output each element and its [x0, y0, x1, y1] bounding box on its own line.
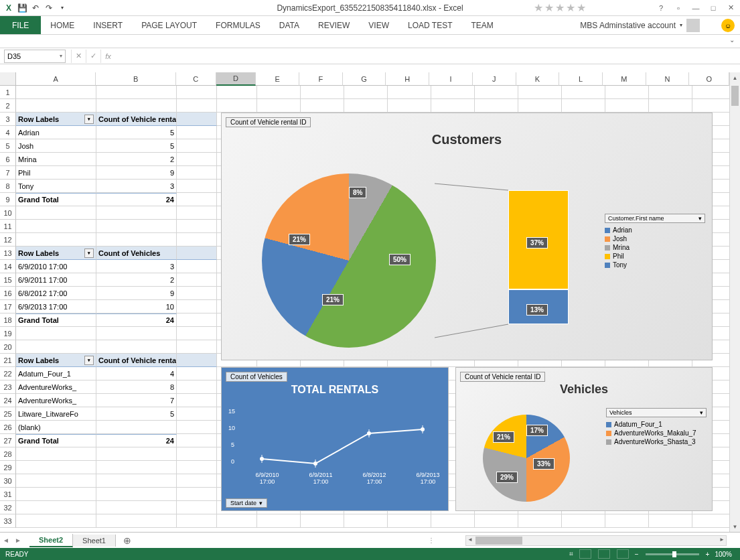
col-header-O[interactable]: O [689, 72, 729, 86]
cell-F2[interactable] [301, 99, 344, 113]
cell-B19[interactable] [96, 327, 177, 340]
cell-B30[interactable] [96, 474, 177, 488]
row-header-29[interactable]: 29 [0, 461, 16, 474]
cell-A18[interactable]: Grand Total [16, 313, 96, 327]
cell-O1[interactable] [692, 86, 733, 99]
cell-B7[interactable]: 9 [96, 166, 177, 180]
cell-A23[interactable]: AdventureWorks_ [16, 380, 96, 394]
cell-I33[interactable] [431, 514, 475, 528]
cell-B32[interactable] [96, 501, 177, 514]
row-header-5[interactable]: 5 [0, 139, 16, 153]
cell-L1[interactable] [562, 86, 605, 99]
cell-A3[interactable]: Row Labels▾ [16, 113, 96, 126]
minimize-icon[interactable]: — [688, 2, 704, 14]
tab-formulas[interactable]: FORMULAS [206, 16, 270, 34]
tab-data[interactable]: DATA [270, 16, 309, 34]
enter-formula-icon[interactable]: ✓ [86, 50, 100, 63]
cell-C2[interactable] [177, 99, 217, 113]
cell-A5[interactable]: Josh [16, 139, 96, 153]
cell-C32[interactable] [177, 501, 217, 514]
row-header-22[interactable]: 22 [0, 367, 16, 380]
ribbon-display-icon[interactable]: ▫ [670, 2, 686, 14]
cell-B29[interactable] [96, 461, 177, 474]
row-header-9[interactable]: 9 [0, 193, 16, 206]
row-header-4[interactable]: 4 [0, 126, 16, 139]
cell-C5[interactable] [177, 139, 217, 153]
cell-B9[interactable]: 24 [96, 193, 177, 206]
cell-A24[interactable]: AdventureWorks_ [16, 394, 96, 407]
view-normal-icon[interactable] [579, 549, 592, 559]
chart2-field-tag[interactable]: Count of Vehicles [226, 372, 287, 382]
cell-A7[interactable]: Phil [16, 166, 96, 180]
cell-A9[interactable]: Grand Total [16, 193, 96, 206]
col-header-M[interactable]: M [603, 72, 646, 86]
cell-C7[interactable] [177, 166, 217, 180]
cell-O33[interactable] [692, 514, 733, 528]
cell-A16[interactable]: 6/8/2012 17:00 [16, 287, 96, 300]
cell-C18[interactable] [177, 313, 217, 327]
row-header-10[interactable]: 10 [0, 206, 16, 220]
sheet-nav-prev-icon[interactable]: ◄ [0, 535, 12, 547]
col-header-J[interactable]: J [473, 72, 516, 86]
sheet-tab-sheet1[interactable]: Sheet1 [73, 535, 116, 547]
help-icon[interactable]: ? [653, 2, 669, 14]
cell-C24[interactable] [177, 394, 217, 407]
worksheet-grid[interactable]: ABCDEFGHIJKLMNO 123456789101112131415161… [0, 72, 740, 532]
row-header-21[interactable]: 21 [0, 354, 16, 367]
col-header-E[interactable]: E [256, 72, 299, 86]
row-header-32[interactable]: 32 [0, 501, 16, 514]
cell-C17[interactable] [177, 300, 217, 313]
tab-view[interactable]: VIEW [359, 16, 398, 34]
tab-team[interactable]: TEAM [461, 16, 502, 34]
col-header-K[interactable]: K [516, 72, 560, 86]
cell-C29[interactable] [177, 461, 217, 474]
row-header-17[interactable]: 17 [0, 300, 16, 313]
name-box[interactable]: D35 ▾ [4, 50, 66, 63]
row-header-27[interactable]: 27 [0, 434, 16, 447]
cell-C28[interactable] [177, 447, 217, 461]
col-header-H[interactable]: H [386, 72, 429, 86]
cell-B14[interactable]: 3 [96, 260, 177, 273]
row-header-19[interactable]: 19 [0, 327, 16, 340]
cancel-formula-icon[interactable]: ✕ [71, 50, 86, 63]
cell-C9[interactable] [177, 193, 217, 206]
scroll-up-icon[interactable]: ▲ [730, 72, 740, 83]
pivot-filter-icon[interactable]: ▾ [84, 115, 94, 124]
cell-B2[interactable] [96, 99, 177, 113]
cell-A10[interactable] [16, 206, 96, 220]
cell-B27[interactable]: 24 [96, 434, 177, 447]
row-header-11[interactable]: 11 [0, 220, 16, 233]
cell-C1[interactable] [177, 86, 217, 99]
cell-C10[interactable] [177, 206, 217, 220]
tab-insert[interactable]: INSERT [84, 16, 132, 34]
start-date-filter[interactable]: Start date▾ [226, 498, 267, 508]
cell-E33[interactable] [257, 514, 301, 528]
cell-B26[interactable] [96, 421, 177, 434]
cell-B24[interactable]: 7 [96, 394, 177, 407]
redo-icon[interactable]: ↷ [43, 2, 55, 14]
cell-C27[interactable] [177, 434, 217, 447]
zoom-in-icon[interactable]: + [706, 551, 710, 558]
row-header-26[interactable]: 26 [0, 421, 16, 434]
cell-A31[interactable] [16, 488, 96, 501]
cell-E1[interactable] [257, 86, 301, 99]
cell-C31[interactable] [177, 488, 217, 501]
cell-M33[interactable] [605, 514, 649, 528]
chart-field-tag[interactable]: Count of Vehicle rental ID [226, 117, 311, 127]
cell-K33[interactable] [518, 514, 562, 528]
cell-C4[interactable] [177, 126, 217, 139]
cell-C20[interactable] [177, 340, 217, 354]
vscroll-thumb[interactable] [731, 86, 739, 106]
cell-K1[interactable] [518, 86, 562, 99]
cell-C13[interactable] [177, 247, 217, 260]
zoom-level[interactable]: 100% [715, 551, 732, 558]
pivot-filter-icon[interactable]: ▾ [84, 249, 94, 258]
cell-B4[interactable]: 5 [96, 126, 177, 139]
maximize-icon[interactable]: □ [705, 2, 721, 14]
cell-A33[interactable] [16, 514, 96, 528]
tab-page-layout[interactable]: PAGE LAYOUT [132, 16, 206, 34]
cell-A15[interactable]: 6/9/2011 17:00 [16, 273, 96, 287]
chart3-field-tag[interactable]: Count of Vehicle rental ID [460, 372, 545, 382]
tab-review[interactable]: REVIEW [309, 16, 359, 34]
cell-C19[interactable] [177, 327, 217, 340]
